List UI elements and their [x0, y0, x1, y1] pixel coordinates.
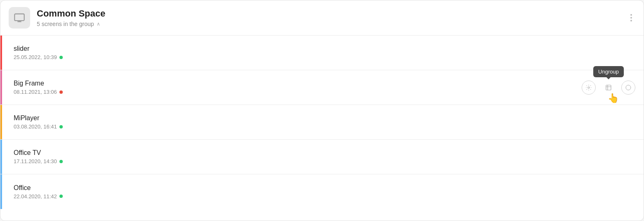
screen-name-office-tv: Office TV [14, 149, 63, 157]
status-dot-big-frame [59, 90, 63, 94]
accent-bar-office-tv [0, 140, 2, 174]
date-text-office: 22.04.2020, 11:42 [14, 193, 57, 200]
screen-row-slider: slider25.05.2022, 10:39 [0, 36, 644, 70]
header-more-button[interactable] [627, 12, 635, 23]
svg-point-1 [588, 87, 590, 88]
select-button[interactable] [621, 81, 635, 95]
status-dot-miplayer [59, 125, 63, 128]
svg-point-2 [626, 85, 631, 90]
dot1 [630, 14, 632, 16]
screens-list: slider25.05.2022, 10:39Big Frame08.11.20… [0, 36, 644, 209]
screen-info-big-frame: Big Frame08.11.2021, 13:06 [9, 80, 63, 95]
dot2 [630, 17, 632, 19]
screen-row-miplayer: MiPlayer03.08.2020, 16:41 [0, 105, 644, 140]
screen-row-big-frame: Big Frame08.11.2021, 13:06 Ungroup 👆 [0, 70, 644, 105]
screen-name-office: Office [14, 184, 63, 192]
accent-bar-office [0, 174, 2, 209]
status-dot-office [59, 195, 63, 198]
screen-date-office-tv: 17.11.2020, 14:30 [14, 158, 63, 164]
screen-row-office-tv: Office TV17.11.2020, 14:30 [0, 140, 644, 174]
screen-name-miplayer: MiPlayer [14, 114, 63, 122]
svg-rect-0 [14, 14, 24, 21]
screen-info-office: Office22.04.2020, 11:42 [9, 184, 63, 200]
screen-date-office: 22.04.2020, 11:42 [14, 193, 63, 200]
monitor-icon [14, 12, 25, 24]
date-text-slider: 25.05.2022, 10:39 [14, 54, 57, 60]
group-subtitle: 5 screens in the group ∧ [37, 21, 105, 27]
screen-info-slider: slider25.05.2022, 10:39 [9, 45, 63, 60]
circle-icon [625, 84, 632, 91]
screen-date-miplayer: 03.08.2020, 16:41 [14, 124, 63, 130]
status-dot-slider [59, 56, 63, 59]
collapse-chevron[interactable]: ∧ [97, 21, 100, 27]
screen-date-big-frame: 08.11.2021, 13:06 [14, 89, 63, 95]
accent-bar-big-frame [0, 70, 2, 105]
group-header: Common Space 5 screens in the group ∧ [0, 0, 644, 36]
screen-name-big-frame: Big Frame [14, 80, 63, 87]
screen-info-miplayer: MiPlayer03.08.2020, 16:41 [9, 114, 63, 130]
date-text-miplayer: 03.08.2020, 16:41 [14, 124, 57, 130]
row-actions-big-frame: Ungroup 👆 [582, 81, 635, 95]
group-card: Common Space 5 screens in the group ∧ sl… [0, 0, 644, 221]
screen-date-slider: 25.05.2022, 10:39 [14, 54, 63, 60]
ungroup-icon [605, 84, 612, 91]
date-text-office-tv: 17.11.2020, 14:30 [14, 158, 57, 164]
ungroup-button[interactable] [601, 81, 616, 95]
gear-icon [585, 84, 592, 91]
accent-bar-miplayer [0, 105, 2, 139]
dot3 [630, 20, 632, 21]
screen-name-slider: slider [14, 45, 63, 52]
settings-button[interactable] [582, 81, 596, 95]
screen-row-office: Office22.04.2020, 11:42 [0, 174, 644, 209]
status-dot-office-tv [59, 160, 63, 163]
accent-bar-slider [0, 36, 2, 70]
screen-info-office-tv: Office TV17.11.2020, 14:30 [9, 149, 63, 164]
group-icon [9, 7, 30, 29]
ungroup-wrapper: Ungroup 👆 [601, 81, 616, 95]
date-text-big-frame: 08.11.2021, 13:06 [14, 89, 57, 95]
screens-count: 5 screens in the group [37, 21, 94, 27]
group-title: Common Space [37, 8, 105, 19]
group-title-block: Common Space 5 screens in the group ∧ [37, 8, 105, 27]
